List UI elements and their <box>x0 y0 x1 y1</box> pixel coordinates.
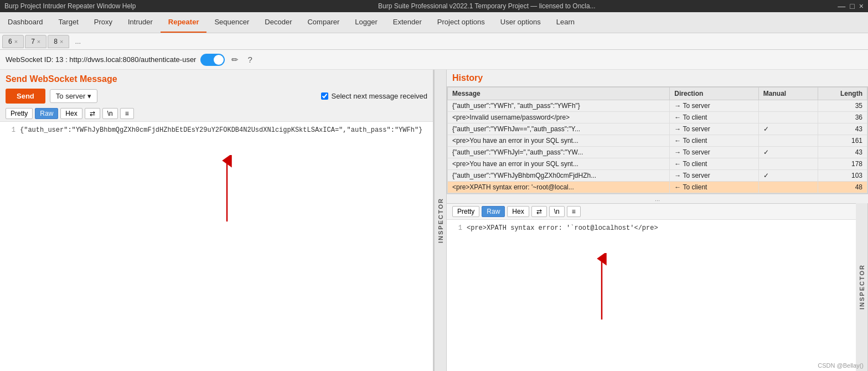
response-toolbar: Pretty Raw Hex ⇄ \n ≡ <box>447 204 856 220</box>
panels: Send WebSocket Message Send To server ▾ … <box>0 70 868 371</box>
cell-message: {"auth_user":"YWFhJyBhbmQgZXh0cmFjdHZh..… <box>448 170 670 182</box>
inspector-left[interactable]: INSPECTOR <box>435 70 447 371</box>
cell-message: {"auth_user":"YWFhJw==","auth_pass":"Y..… <box>448 123 670 135</box>
checkbox-label: Select next message received <box>332 92 427 100</box>
cell-message: {"auth_user":"YWFh", "auth_pass":"YWFh"} <box>448 100 670 112</box>
cell-manual <box>758 100 818 112</box>
nav-dashboard[interactable]: Dashboard <box>0 12 51 33</box>
cell-direction: ← To client <box>670 158 759 170</box>
help-icon[interactable]: ? <box>245 54 254 65</box>
cell-message: <pre>XPATH syntax error: '~root@local... <box>448 182 670 193</box>
send-ws-title: Send WebSocket Message <box>0 70 433 86</box>
table-row[interactable]: <pre>You have an error in your SQL synt.… <box>448 135 867 147</box>
ws-id-label: WebSocket ID: 13 : http://dvws.local:808… <box>6 55 196 64</box>
nav-repeater[interactable]: Repeater <box>161 12 207 33</box>
nav-sequencer[interactable]: Sequencer <box>206 12 257 33</box>
left-panel: Send WebSocket Message Send To server ▾ … <box>0 70 435 371</box>
table-row[interactable]: <pre>Invalid username/password</pre>← To… <box>448 112 867 123</box>
cell-length: 43 <box>818 147 867 158</box>
history-table-wrapper[interactable]: Message Direction Manual Length {"auth_u… <box>447 86 868 194</box>
cell-manual <box>758 112 818 123</box>
tab-6-label: 6 <box>8 38 12 45</box>
resp-hex-btn[interactable]: Hex <box>507 206 529 217</box>
toggle-knob <box>214 55 224 65</box>
nav-extender[interactable]: Extender <box>385 12 430 33</box>
cell-manual: ✓ <box>758 147 818 158</box>
cell-length: 36 <box>818 112 867 123</box>
bottom-right-panels: Pretty Raw Hex ⇄ \n ≡ 1 <pre>XPATH synta… <box>447 203 868 371</box>
cell-length: 35 <box>818 100 867 112</box>
maximize-btn[interactable]: □ <box>850 2 854 11</box>
response-code[interactable]: 1 <pre>XPATH syntax error: '`root@localh… <box>447 220 856 371</box>
nav-learn[interactable]: Learn <box>549 12 582 33</box>
direction-label: To server <box>56 92 85 100</box>
nav-target[interactable]: Target <box>51 12 86 33</box>
tab-8-close[interactable]: × <box>60 38 63 45</box>
nav-logger[interactable]: Logger <box>347 12 385 33</box>
nav-proxy[interactable]: Proxy <box>86 12 120 33</box>
tab-8[interactable]: 8 × <box>48 35 69 48</box>
history-tbody: {"auth_user":"YWFh", "auth_pass":"YWFh"}… <box>448 100 867 193</box>
watermark: CSDN @Bellay() <box>818 362 864 369</box>
cell-direction: ← To client <box>670 112 759 123</box>
code-editor-left[interactable]: 1 {"auth_user":"YWFhJyBhbmQgZXh0cmFjdHZh… <box>0 122 433 371</box>
table-row[interactable]: {"auth_user":"YWFh", "auth_pass":"YWFh"}… <box>448 100 867 112</box>
col-direction: Direction <box>670 87 759 100</box>
col-message: Message <box>448 87 670 100</box>
resp-code-line: 1 <pre>XPATH syntax error: '`root@localh… <box>451 224 851 232</box>
nav-project-options[interactable]: Project options <box>430 12 493 33</box>
nav-user-options[interactable]: User options <box>493 12 549 33</box>
chevron-down-icon: ▾ <box>87 92 91 100</box>
cell-message: {"auth_user":"YWFhJyl=","auth_pass":"YW.… <box>448 147 670 158</box>
tab-7-close[interactable]: × <box>37 38 40 45</box>
cell-message: <pre>You have an error in your SQL synt.… <box>448 158 670 170</box>
select-next-checkbox[interactable] <box>321 92 328 100</box>
edit-icon[interactable]: ✏ <box>229 54 241 66</box>
resp-wrap-btn[interactable]: ⇄ <box>531 206 547 217</box>
table-header: Message Direction Manual Length <box>448 87 867 100</box>
resp-menu-btn[interactable]: ≡ <box>567 206 581 217</box>
red-arrow-up-right <box>591 253 613 325</box>
resp-newline-btn[interactable]: \n <box>549 206 565 217</box>
checkbox-row: Select next message received <box>321 92 427 100</box>
newline-btn[interactable]: \n <box>102 108 118 119</box>
nav-comparer[interactable]: Comparer <box>299 12 347 33</box>
direction-select[interactable]: To server ▾ <box>50 89 97 103</box>
ws-toggle[interactable] <box>200 54 225 66</box>
menu-btn[interactable]: ≡ <box>120 108 134 119</box>
editor-toolbar-left: Pretty Raw Hex ⇄ \n ≡ <box>0 106 433 122</box>
hex-btn[interactable]: Hex <box>60 108 82 119</box>
tab-6[interactable]: 6 × <box>2 35 24 48</box>
tab-7[interactable]: 7 × <box>25 35 46 48</box>
cell-length: 161 <box>818 135 867 147</box>
resp-raw-btn[interactable]: Raw <box>482 206 505 217</box>
wrap-btn[interactable]: ⇄ <box>85 108 100 119</box>
resp-pretty-btn[interactable]: Pretty <box>452 206 479 217</box>
tab-more[interactable]: ... <box>70 35 85 48</box>
cell-manual: ✓ <box>758 170 818 182</box>
title-left: Burp Project Intruder Repeater Window He… <box>4 2 136 10</box>
table-row[interactable]: {"auth_user":"YWFhJyl=","auth_pass":"YW.… <box>448 147 867 158</box>
close-btn[interactable]: × <box>859 2 864 11</box>
nav-decoder[interactable]: Decoder <box>257 12 299 33</box>
response-area: Pretty Raw Hex ⇄ \n ≡ 1 <pre>XPATH synta… <box>447 203 856 371</box>
raw-btn[interactable]: Raw <box>35 108 58 119</box>
table-row[interactable]: <pre>You have an error in your SQL synt.… <box>448 158 867 170</box>
nav-intruder[interactable]: Intruder <box>120 12 161 33</box>
cell-message: <pre>Invalid username/password</pre> <box>448 112 670 123</box>
tab-6-close[interactable]: × <box>14 38 18 45</box>
minimize-btn[interactable]: — <box>838 2 845 11</box>
send-button[interactable]: Send <box>6 89 45 104</box>
table-row[interactable]: <pre>XPATH syntax error: '~root@local...… <box>448 182 867 193</box>
pretty-btn[interactable]: Pretty <box>6 108 33 119</box>
cell-direction: → To server <box>670 123 759 135</box>
tab-8-label: 8 <box>54 38 58 45</box>
table-row[interactable]: {"auth_user":"YWFhJyBhbmQgZXh0cmFjdHZh..… <box>448 170 867 182</box>
window-controls[interactable]: — □ × <box>838 2 864 11</box>
code-content-left[interactable]: {"auth_user":"YWFhJyBhbmQgZXh0cmFjdHZhbE… <box>20 126 422 134</box>
inspector-right[interactable]: INSPECTOR <box>856 203 868 371</box>
nav-bar: Dashboard Target Proxy Intruder Repeater… <box>0 12 868 33</box>
cell-direction: → To server <box>670 100 759 112</box>
table-row[interactable]: {"auth_user":"YWFhJw==","auth_pass":"Y..… <box>448 123 867 135</box>
history-title: History <box>447 70 868 86</box>
